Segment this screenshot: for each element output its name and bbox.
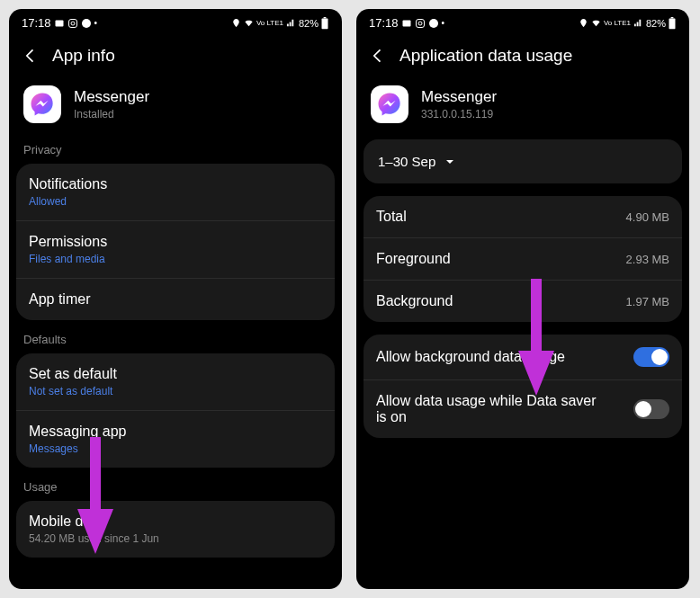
clock: 17:18 [369,16,399,30]
svg-point-9 [429,19,438,28]
row-label: Set as default [29,366,322,382]
svg-rect-1 [68,19,76,27]
instagram-icon [415,18,426,29]
battery-icon [320,17,329,30]
row-label: Messaging app [29,424,322,440]
svg-rect-4 [322,18,328,29]
svg-rect-6 [402,20,410,26]
app-name: Messenger [421,88,497,106]
messenger-app-icon [371,85,408,123]
clock: 17:18 [22,16,51,30]
dot-icon: • [442,18,445,28]
row-sub: Files and media [29,253,322,265]
app-name: Messenger [74,88,149,106]
svg-point-2 [71,22,75,25]
status-bar: 17:18 • Vo LTE1 82% [9,9,342,33]
toggles-card: Allow background data usage Allow data u… [363,335,682,438]
messenger-app-icon [23,85,61,123]
row-label: Mobile data [29,513,322,530]
row-label: Total [376,209,407,225]
row-label: App timer [29,291,322,308]
app-version: 331.0.0.15.119 [421,108,497,120]
row-set-default[interactable]: Set as default Not set as default [16,353,335,411]
title-bar: App info [9,33,342,75]
title-bar: Application data usage [356,33,689,75]
volte-indicator: Vo LTE1 [256,20,283,27]
wifi-icon [243,18,255,28]
location-icon [231,18,241,28]
row-value: 1.97 MB [626,295,669,308]
row-label: Allow data usage while Data saver is on [376,393,610,425]
toggle-allow-background[interactable] [633,347,669,367]
svg-point-8 [418,22,422,25]
row-notifications[interactable]: Notifications Allowed [16,164,335,221]
row-background: Background 1.97 MB [363,281,682,322]
date-range-label: 1–30 Sep [378,154,435,169]
facebook-icon [81,18,92,29]
usage-stats-card: Total 4.90 MB Foreground 2.93 MB Backgro… [363,196,682,322]
row-label: Notifications [29,176,322,192]
image-icon [401,18,412,29]
svg-rect-7 [416,19,424,27]
date-range-selector[interactable]: 1–30 Sep [363,139,682,183]
app-status: Installed [74,108,149,120]
screen-data-usage: 17:18 • Vo LTE1 82% Application data usa… [356,9,689,589]
row-value: 2.93 MB [626,253,669,266]
back-icon[interactable] [369,47,387,65]
image-icon [54,18,65,29]
row-sub: 54.20 MB used since 1 Jun [29,532,322,545]
row-sub: Allowed [29,195,322,208]
toggle-allow-datasaver[interactable] [633,399,669,419]
volte-indicator: Vo LTE1 [604,20,631,27]
signal-icon [285,18,297,28]
row-permissions[interactable]: Permissions Files and media [16,221,335,279]
row-label: Allow background data usage [376,349,565,365]
privacy-card: Notifications Allowed Permissions Files … [16,164,335,320]
wifi-icon [590,18,602,28]
row-label: Permissions [29,234,322,250]
svg-rect-5 [324,17,327,18]
back-icon[interactable] [22,47,40,65]
defaults-card: Set as default Not set as default Messag… [16,353,335,468]
section-usage: Usage [9,477,342,501]
screen-app-info: 17:18 • Vo LTE1 82% App info Messenger I… [9,9,342,589]
chevron-down-icon [444,156,455,167]
row-app-timer[interactable]: App timer [16,279,335,320]
usage-card: Mobile data 54.20 MB used since 1 Jun [16,501,335,558]
page-title: Application data usage [399,46,572,66]
battery-percent: 82% [299,18,319,29]
battery-icon [668,17,677,30]
section-privacy: Privacy [9,139,342,164]
dot-icon: • [94,18,98,28]
row-messaging-app[interactable]: Messaging app Messages [16,411,335,468]
row-allow-datasaver[interactable]: Allow data usage while Data saver is on [363,380,682,438]
row-value: 4.90 MB [626,210,669,224]
row-sub: Not set as default [29,385,322,397]
row-sub: Messages [29,442,322,455]
row-label: Foreground [376,251,451,267]
row-total: Total 4.90 MB [363,196,682,238]
row-label: Background [376,293,453,309]
row-mobile-data[interactable]: Mobile data 54.20 MB used since 1 Jun [16,501,335,558]
row-foreground: Foreground 2.93 MB [363,238,682,281]
battery-percent: 82% [646,18,666,29]
facebook-icon [428,18,439,29]
svg-rect-0 [55,20,63,26]
signal-icon [633,18,644,28]
section-defaults: Defaults [9,329,342,353]
instagram-icon [67,18,78,29]
svg-rect-11 [671,17,674,18]
svg-rect-10 [669,18,676,29]
app-header: Messenger 331.0.0.15.119 [356,75,689,139]
row-allow-background[interactable]: Allow background data usage [363,335,682,380]
status-bar: 17:18 • Vo LTE1 82% [356,9,689,33]
location-icon [579,18,588,28]
app-header: Messenger Installed [9,75,342,139]
page-title: App info [52,46,115,66]
svg-point-3 [82,19,91,28]
